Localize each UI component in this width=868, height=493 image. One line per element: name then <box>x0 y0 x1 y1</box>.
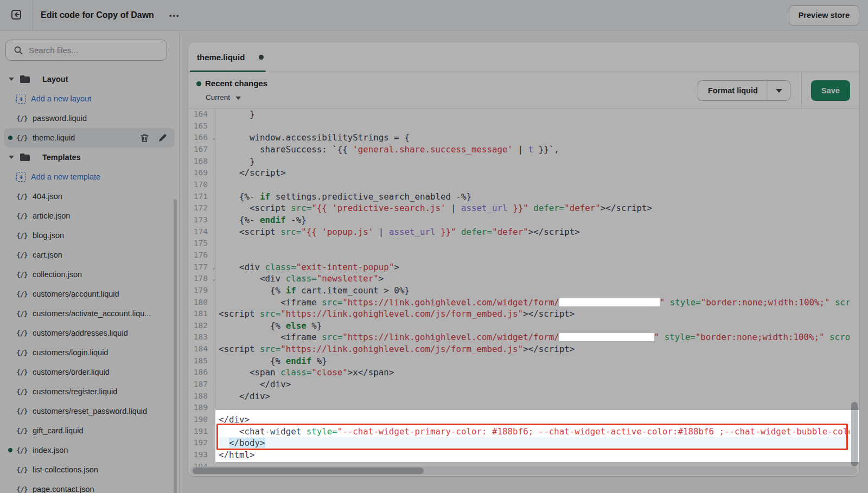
action-add-a-new-template[interactable]: +Add a new template <box>0 167 179 187</box>
code-line-177[interactable]: <div class="exit-intent-popup"> <box>219 261 850 273</box>
add-new-icon: + <box>16 172 26 182</box>
line-number: 169 <box>194 168 208 177</box>
code-line-170[interactable] <box>219 179 850 191</box>
more-actions-menu[interactable]: ••• <box>166 8 183 23</box>
save-button[interactable]: Save <box>811 80 850 101</box>
line-number: 166 <box>194 133 208 142</box>
sidebar-item-theme-liquid[interactable]: {/}theme.liquid <box>4 128 175 148</box>
line-number: 175 <box>194 239 208 247</box>
code-line-164[interactable]: } <box>219 108 850 120</box>
sidebar-item-gift-card-liquid[interactable]: {/}gift_card.liquid <box>0 421 179 440</box>
code-line-175[interactable] <box>219 238 850 249</box>
code-file-icon: {/} <box>16 427 33 435</box>
code-line-187[interactable]: </div> <box>219 379 850 390</box>
code-content[interactable]: } window.accessibilityStrings = { shareS… <box>219 108 850 466</box>
code-line-191[interactable]: <chat-widget style="--chat-widget-primar… <box>219 426 850 438</box>
editor-horizontal-scrollbar-track[interactable] <box>190 466 857 475</box>
code-file-icon: {/} <box>16 349 33 357</box>
code-line-176[interactable] <box>219 249 850 261</box>
code-line-178[interactable]: <div class="newsletter"> <box>219 273 850 285</box>
sidebar-item-customers-activate-account-liqu[interactable]: {/}customers/activate_account.liqu... <box>0 304 179 323</box>
sidebar-scrollbar[interactable] <box>174 199 177 493</box>
code-file-icon: {/} <box>16 310 33 318</box>
sidebar-item-404-json[interactable]: {/}404.json <box>0 187 179 206</box>
code-line-190[interactable]: </div> <box>219 414 850 426</box>
format-liquid-dropdown[interactable] <box>768 80 790 101</box>
line-number: 178 <box>194 274 208 283</box>
code-line-186[interactable]: <span class="close">x</span> <box>219 367 850 379</box>
code-line-168[interactable]: } <box>219 156 850 168</box>
editor-vertical-scrollbar[interactable] <box>851 402 858 466</box>
code-line-167[interactable]: shareSuccess: `{{ 'general.share.success… <box>219 144 850 156</box>
code-line-169[interactable]: </script> <box>219 167 850 179</box>
line-number: 180 <box>194 298 208 306</box>
code-line-192[interactable]: </body> <box>219 437 850 449</box>
code-line-171[interactable]: {%- if settings.predictive_search_enable… <box>219 191 850 203</box>
sidebar-item-customers-register-liquid[interactable]: {/}customers/register.liquid <box>0 382 179 401</box>
recent-changes-label[interactable]: Recent changes <box>205 79 267 88</box>
format-liquid-button[interactable]: Format liquid <box>698 80 768 101</box>
code-line-183[interactable]: <iframe src="https://link.gohighlevel.co… <box>219 331 850 343</box>
sidebar-item-customers-reset-password-liquid[interactable]: {/}customers/reset_password.liquid <box>0 401 179 421</box>
sidebar-item-index-json[interactable]: {/}index.json <box>0 440 179 460</box>
code-line-184[interactable]: <script src="https://link.gohighlevel.co… <box>219 343 850 355</box>
exit-editor-button[interactable] <box>5 4 27 26</box>
editor-horizontal-scrollbar-thumb[interactable] <box>193 468 424 474</box>
fold-toggle-icon[interactable]: ⌄ <box>212 273 215 285</box>
sidebar-item-customers-login-liquid[interactable]: {/}customers/login.liquid <box>0 343 179 362</box>
chevron-down-icon <box>776 89 782 93</box>
code-line-182[interactable]: {% else %} <box>219 320 850 332</box>
chevron-down-icon <box>235 97 241 100</box>
code-line-193[interactable]: </html> <box>219 449 850 461</box>
delete-file-button[interactable] <box>140 133 149 143</box>
code-line-179[interactable]: {% if cart.item_count > 0%} <box>219 285 850 297</box>
sidebar-item-collection-json[interactable]: {/}collection.json <box>0 265 179 284</box>
fold-toggle-icon[interactable]: ⌄ <box>212 132 215 144</box>
redaction-block <box>559 298 660 306</box>
tab-label: theme.liquid <box>197 53 245 62</box>
preview-store-button[interactable]: Preview store <box>789 5 859 25</box>
folder-templates[interactable]: Templates <box>0 148 179 167</box>
line-number: 186 <box>194 368 208 376</box>
search-icon <box>14 46 23 55</box>
sidebar-item-customers-order-liquid[interactable]: {/}customers/order.liquid <box>0 362 179 382</box>
sidebar-item-blog-json[interactable]: {/}blog.json <box>0 226 179 245</box>
sidebar-item-cart-json[interactable]: {/}cart.json <box>0 245 179 265</box>
fold-toggle-icon[interactable]: ⌄ <box>212 261 215 273</box>
unsaved-changes-dot <box>259 55 264 60</box>
line-number: 181 <box>194 309 208 318</box>
code-line-174[interactable]: <script src="{{ 'popup.js' | asset_url }… <box>219 226 850 238</box>
code-line-194[interactable] <box>219 461 850 466</box>
code-line-165[interactable] <box>219 120 850 132</box>
sidebar-item-article-json[interactable]: {/}article.json <box>0 206 179 226</box>
code-line-185[interactable]: {% endif %} <box>219 355 850 367</box>
sidebar-item-customers-addresses-liquid[interactable]: {/}customers/addresses.liquid <box>0 323 179 343</box>
code-line-189[interactable] <box>219 402 850 414</box>
rename-file-button[interactable] <box>158 133 167 143</box>
code-line-188[interactable]: </div> <box>219 390 850 402</box>
folder-layout[interactable]: Layout <box>0 69 179 89</box>
item-label: password.liquid <box>33 114 87 123</box>
code-line-166[interactable]: window.accessibilityStrings = { <box>219 132 850 144</box>
version-dropdown[interactable]: Current <box>206 93 241 101</box>
sidebar-item-customers-account-liquid[interactable]: {/}customers/account.liquid <box>0 284 179 304</box>
sidebar-item-password-liquid[interactable]: {/}password.liquid <box>0 108 179 128</box>
trash-icon <box>140 133 149 143</box>
sidebar-item-page-contact-json[interactable]: {/}page.contact.json <box>0 479 179 493</box>
file-search-box[interactable] <box>5 40 167 61</box>
item-label: collection.json <box>33 270 82 279</box>
code-line-172[interactable]: <script src="{{ 'predictive-search.js' |… <box>219 202 850 214</box>
search-input[interactable] <box>29 46 154 55</box>
code-line-181[interactable]: <script src="https://link.gohighlevel.co… <box>219 308 850 320</box>
disclosure-caret-icon[interactable] <box>9 156 14 159</box>
disclosure-caret-icon[interactable] <box>9 78 14 81</box>
sidebar-item-list-collections-json[interactable]: {/}list-collections.json <box>0 460 179 479</box>
line-number: 167 <box>194 145 208 153</box>
code-editor[interactable]: 164165166⌄167168169170171172173174175176… <box>188 108 859 476</box>
code-line-173[interactable]: {%- endif -%} <box>219 214 850 226</box>
code-line-180[interactable]: <iframe src="https://link.gohighlevel.co… <box>219 297 850 309</box>
action-add-a-new-layout[interactable]: +Add a new layout <box>0 89 179 108</box>
line-number: 192 <box>194 438 208 447</box>
code-file-icon: {/} <box>16 329 33 337</box>
tab-theme-liquid[interactable]: theme.liquid <box>197 42 264 72</box>
